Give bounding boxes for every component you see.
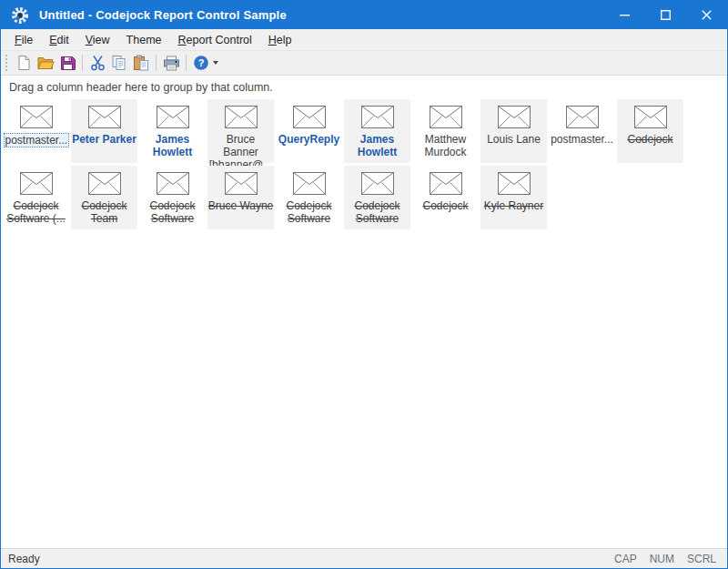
toolbar-grip[interactable] [5,55,9,71]
status-indicator-scrl: SCRL [687,553,716,565]
minimize-button[interactable] [604,1,645,29]
envelope-icon [225,172,258,195]
group-by-hint-text: Drag a column header here to group by th… [9,81,273,94]
help-icon: ? [193,55,209,71]
cut-icon [90,55,106,71]
report-item-label: Codejock Software (... [6,199,66,225]
envelope-icon [566,106,599,128]
menu-bar: FileEditViewThemeReport ControlHelp [1,29,727,50]
report-item[interactable]: Bruce Wayne [207,166,274,229]
menu-item-edit[interactable]: Edit [41,31,77,49]
report-item[interactable]: QueryReply [276,99,342,163]
menu-item-help[interactable]: Help [260,31,300,49]
report-items-row: postmaster...Peter ParkerJames HowlettBr… [3,99,727,163]
envelope-icon [498,172,531,195]
report-item[interactable]: Codejock Software [139,166,206,229]
report-item-label: Kyle Rayner [484,199,543,212]
report-item-label: Peter Parker [72,133,136,146]
title-bar[interactable]: Untitled - Codejock Report Control Sampl… [1,1,727,29]
report-item[interactable]: Codejock Software [344,166,410,229]
toolbar-separator [186,55,187,71]
window-title: Untitled - Codejock Report Control Sampl… [39,8,287,22]
report-item-label: James Howlett [153,133,192,158]
report-item[interactable]: Kyle Rayner [480,166,547,229]
menu-item-view[interactable]: View [77,31,118,49]
report-items-area[interactable]: postmaster...Peter ParkerJames HowlettBr… [1,98,727,548]
report-item[interactable]: Bruce Banner [bbanner@... [207,99,274,163]
envelope-icon [634,106,667,128]
toolbar-help-button[interactable]: ? [190,52,221,74]
envelope-icon [225,106,258,128]
toolbar-separator [156,55,157,71]
envelope-icon [430,106,462,128]
report-items-row: Codejock Software (...Codejock TeamCodej… [3,166,727,229]
report-item[interactable]: James Howlett [139,99,206,163]
report-item-label: Codejock Software [286,199,331,225]
report-item[interactable]: Codejock Software (... [3,166,69,229]
envelope-icon [498,106,531,128]
menu-item-theme[interactable]: Theme [118,31,170,49]
group-by-area[interactable]: Drag a column header here to group by th… [1,76,727,98]
report-item-label: postmaster... [551,133,613,146]
envelope-icon [293,172,326,195]
new-document-icon [16,55,32,71]
envelope-icon [361,172,394,195]
envelope-icon [293,106,326,128]
print-icon [163,56,180,71]
toolbar-separator [82,55,83,71]
report-item[interactable]: Codejock [617,99,683,163]
report-item[interactable]: postmaster... [549,99,615,163]
open-folder-icon [37,56,55,70]
toolbar-new-button[interactable] [13,52,35,74]
status-indicator-cap: CAP [614,553,637,565]
envelope-icon [157,172,189,195]
envelope-icon [157,106,189,128]
maximize-button[interactable] [645,1,686,29]
report-item-label: Codejock [422,199,468,212]
copy-icon [111,55,127,71]
toolbar-open-button[interactable] [35,52,56,74]
toolbar-copy-button[interactable] [108,52,130,74]
app-gear-icon[interactable] [11,6,29,25]
report-item[interactable]: Louis Lane [480,99,547,163]
report-item[interactable]: Peter Parker [71,99,137,163]
report-item-label: Matthew Murdock [424,133,466,158]
toolbar-save-button[interactable] [56,52,78,74]
report-item-label: QueryReply [278,133,339,146]
report-item-label: Bruce Wayne [208,199,274,212]
status-bar: Ready CAPNUMSCRL [1,548,727,568]
paste-icon [133,55,149,71]
report-item[interactable]: postmaster... [3,99,69,163]
save-icon [60,56,76,71]
toolbar-print-button[interactable] [160,52,182,74]
report-item-label: postmaster... [4,133,69,147]
status-indicators: CAPNUMSCRL [614,553,727,565]
report-item-label: James Howlett [358,133,397,158]
report-item[interactable]: Matthew Murdock [412,99,479,163]
report-item-label: Codejock [627,133,672,146]
report-item[interactable]: Codejock Software [276,166,342,229]
report-item[interactable]: Codejock Team [71,166,137,229]
menu-item-file[interactable]: File [6,31,41,49]
envelope-icon [88,172,121,195]
app-window: Untitled - Codejock Report Control Sampl… [0,0,728,569]
report-item[interactable]: James Howlett [344,99,410,163]
report-item[interactable]: Codejock [412,166,479,229]
maximize-icon [661,10,671,20]
envelope-icon [20,172,53,195]
close-button[interactable] [686,1,727,29]
status-text: Ready [1,553,614,565]
report-item-label: Codejock Team [81,199,126,225]
toolbar-paste-button[interactable] [130,52,152,74]
menu-item-report-control[interactable]: Report Control [170,31,260,49]
toolbar: ? [1,50,727,76]
envelope-icon [361,106,394,128]
report-item-label: Louis Lane [487,133,541,146]
envelope-icon [430,172,462,195]
envelope-icon [88,106,121,128]
minimize-icon [620,10,630,20]
help-dropdown-arrow-icon[interactable] [213,61,218,65]
close-icon [702,10,712,20]
report-item-label: Codejock Software [149,199,195,225]
toolbar-cut-button[interactable] [86,52,108,74]
